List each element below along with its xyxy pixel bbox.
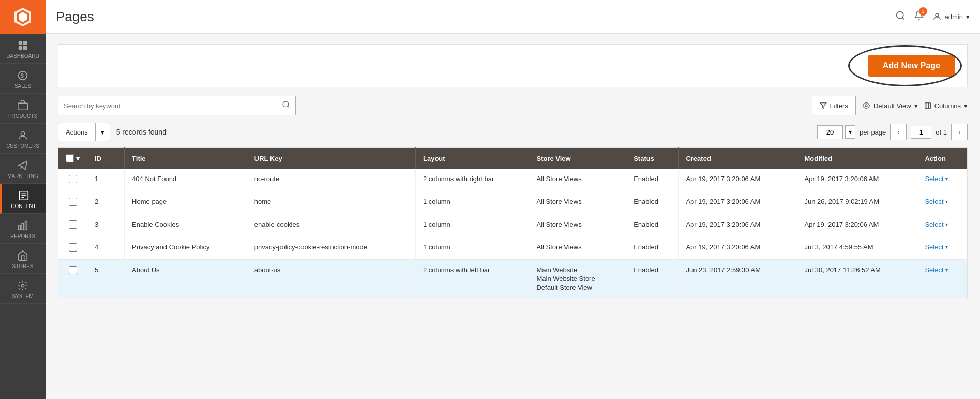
row-select-link[interactable]: Select ▾: [925, 198, 960, 205]
content-area: Add New Page Filters Default View ▾: [46, 34, 980, 399]
row-select-arrow[interactable]: ▾: [945, 244, 948, 250]
default-view-label: Default View: [873, 102, 911, 110]
page-number-input[interactable]: [911, 126, 931, 139]
table-header-row: ▾ ID ↓ Title URL Key Layout Store View S…: [58, 148, 968, 169]
per-page-dropdown[interactable]: ▾: [845, 125, 855, 139]
row-select-link[interactable]: Select ▾: [925, 175, 960, 183]
table-row: 1 404 Not Found no-route 2 columns with …: [58, 169, 968, 191]
notifications-icon[interactable]: 2: [914, 10, 924, 23]
sort-arrow-id[interactable]: ↓: [105, 156, 108, 162]
header: Pages 2 admin ▾: [46, 0, 980, 34]
filters-label: Filters: [830, 102, 848, 110]
sidebar-item-system-label: SYSTEM: [12, 293, 33, 299]
row-select-link[interactable]: Select ▾: [925, 266, 960, 274]
select-all-dropdown[interactable]: ▾: [76, 155, 80, 162]
select-all-checkbox[interactable]: [66, 154, 74, 162]
sidebar-item-marketing[interactable]: MARKETING: [0, 154, 46, 184]
actions-button[interactable]: Actions: [58, 123, 95, 141]
admin-user-menu[interactable]: admin ▾: [932, 12, 970, 21]
row-select-arrow[interactable]: ▾: [945, 221, 948, 227]
sidebar-item-products[interactable]: PRODUCTS: [0, 94, 46, 124]
sidebar-item-content[interactable]: CONTENT: [0, 184, 46, 214]
prev-page-button[interactable]: ‹: [890, 124, 907, 140]
cell-title: Enable Cookies: [125, 214, 247, 237]
cell-layout: 2 columns with left bar: [416, 260, 529, 298]
search-icon[interactable]: [895, 10, 906, 23]
logo[interactable]: [0, 0, 46, 34]
view-select[interactable]: Default View ▾: [862, 101, 918, 110]
row-select-arrow[interactable]: ▾: [945, 267, 948, 273]
cell-status: Enabled: [626, 237, 679, 260]
sidebar-item-sales[interactable]: $ SALES: [0, 64, 46, 94]
next-page-button[interactable]: ›: [951, 124, 968, 140]
header-actions: 2 admin ▾: [895, 10, 970, 23]
cell-modified: Jul 3, 2017 4:59:55 AM: [797, 237, 917, 260]
table-body: 1 404 Not Found no-route 2 columns with …: [58, 169, 968, 298]
sidebar-item-dashboard[interactable]: DASHBOARD: [0, 34, 46, 64]
page-title: Pages: [56, 9, 895, 25]
row-checkbox[interactable]: [69, 220, 77, 229]
cell-id: 5: [87, 260, 125, 298]
actions-dropdown[interactable]: ▾: [95, 123, 110, 141]
columns-button[interactable]: Columns ▾: [924, 102, 968, 110]
svg-rect-2: [19, 46, 22, 50]
svg-rect-13: [22, 223, 24, 230]
cell-id: 3: [87, 214, 125, 237]
sidebar-item-reports[interactable]: REPORTS: [0, 214, 46, 244]
cell-action: Select ▾: [917, 237, 968, 260]
search-input[interactable]: [64, 102, 282, 110]
cell-url-key: privacy-policy-cookie-restriction-mode: [247, 237, 415, 260]
row-checkbox[interactable]: [69, 243, 77, 252]
actions-row: Actions ▾ 5 records found ▾ per page ‹ o…: [58, 123, 968, 141]
th-title: Title: [125, 148, 247, 169]
cell-status: Enabled: [626, 260, 679, 298]
view-dropdown-arrow: ▾: [914, 102, 918, 110]
sidebar-item-stores[interactable]: STORES: [0, 244, 46, 274]
row-select-link[interactable]: Select ▾: [925, 220, 960, 228]
filters-button[interactable]: Filters: [812, 96, 856, 115]
sidebar-item-system[interactable]: SYSTEM: [0, 274, 46, 304]
sidebar-item-sales-label: SALES: [14, 83, 31, 89]
cell-url-key: no-route: [247, 169, 415, 191]
cell-created: Apr 19, 2017 3:20:06 AM: [679, 237, 797, 260]
table-row: 4 Privacy and Cookie Policy privacy-poli…: [58, 237, 968, 260]
cell-store-view: Main WebsiteMain Website StoreDefault St…: [529, 260, 626, 298]
per-page-input[interactable]: [817, 125, 843, 139]
row-checkbox[interactable]: [69, 175, 77, 183]
svg-point-16: [896, 11, 903, 18]
cell-status: Enabled: [626, 191, 679, 214]
row-checkbox-cell: [58, 191, 87, 214]
svg-point-7: [21, 132, 24, 136]
action-banner: Add New Page: [58, 44, 968, 87]
th-store-view: Store View: [529, 148, 626, 169]
add-new-page-button[interactable]: Add New Page: [868, 55, 955, 77]
th-url-key: URL Key: [247, 148, 415, 169]
cell-action: Select ▾: [917, 191, 968, 214]
sidebar-item-customers[interactable]: CUSTOMERS: [0, 124, 46, 154]
pages-table: ▾ ID ↓ Title URL Key Layout Store View S…: [58, 147, 968, 298]
table-row: 5 About Us about-us 2 columns with left …: [58, 260, 968, 298]
row-checkbox[interactable]: [69, 198, 77, 206]
cell-action: Select ▾: [917, 260, 968, 298]
cell-id: 4: [87, 237, 125, 260]
sidebar-item-products-label: PRODUCTS: [8, 113, 37, 119]
svg-point-15: [21, 284, 24, 287]
per-page-select: ▾: [817, 125, 855, 139]
row-select-arrow[interactable]: ▾: [945, 199, 948, 204]
per-page-label: per page: [860, 128, 886, 136]
svg-rect-1: [23, 41, 27, 45]
row-select-arrow[interactable]: ▾: [945, 176, 948, 182]
row-checkbox-cell: [58, 169, 87, 191]
row-checkbox[interactable]: [69, 266, 77, 274]
row-select-link[interactable]: Select ▾: [925, 243, 960, 251]
columns-label: Columns: [934, 102, 961, 110]
pagination: ▾ per page ‹ of 1 ›: [817, 124, 968, 140]
cell-store-view: All Store Views: [529, 191, 626, 214]
search-submit-icon[interactable]: [282, 100, 290, 111]
row-checkbox-cell: [58, 214, 87, 237]
svg-marker-21: [820, 103, 826, 109]
search-box: [58, 96, 296, 115]
cell-created: Apr 19, 2017 3:20:06 AM: [679, 214, 797, 237]
cell-created: Apr 19, 2017 3:20:06 AM: [679, 191, 797, 214]
table-row: 2 Home page home 1 column All Store View…: [58, 191, 968, 214]
